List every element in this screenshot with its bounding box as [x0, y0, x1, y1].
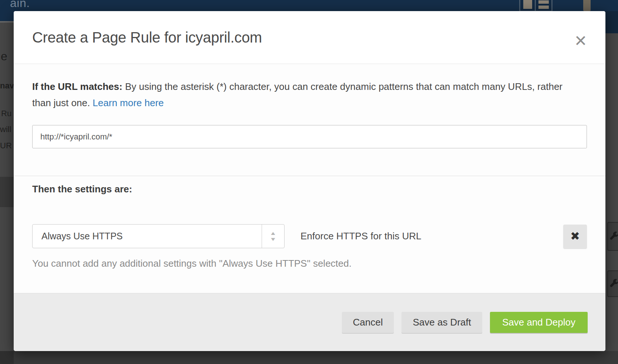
create-page-rule-modal: Create a Page Rule for icyapril.com ✕ If… [14, 11, 605, 351]
close-icon[interactable]: ✕ [571, 32, 590, 50]
url-match-description: If the URL matches: By using the asteris… [32, 78, 569, 111]
url-match-label: If the URL matches: [32, 81, 122, 92]
setting-select-value: Always Use HTTPS [33, 231, 262, 242]
settings-heading: Then the settings are: [32, 183, 587, 195]
wrench-icon [609, 232, 618, 242]
background-navbar-edge [605, 11, 618, 33]
url-pattern-input[interactable] [32, 125, 587, 148]
modal-footer: Cancel Save as Draft Save and Deploy [14, 293, 605, 351]
setting-select[interactable]: Always Use HTTPS ▲ ▼ [32, 224, 285, 248]
save-as-draft-button[interactable]: Save as Draft [402, 312, 482, 333]
wrench-icon [609, 279, 618, 289]
list-view-icon [536, 0, 552, 12]
background-bottom-band [0, 351, 618, 364]
setting-row: Always Use HTTPS ▲ ▼ Enforce HTTPS for t… [32, 224, 587, 248]
section-divider [14, 176, 605, 176]
background-text-fragment: nav [0, 81, 14, 91]
remove-setting-button[interactable]: ✖ [563, 225, 587, 248]
setting-helper-text: You cannot add any additional settings w… [32, 258, 587, 269]
modal-header: Create a Page Rule for icyapril.com ✕ [14, 11, 605, 64]
navbar-icon [583, 0, 591, 11]
chevron-down-icon: ▼ [270, 237, 277, 241]
background-table-header-band [0, 177, 14, 207]
chevron-up-icon: ▲ [270, 231, 277, 235]
background-text-fragment: UR [0, 141, 12, 151]
cancel-button[interactable]: Cancel [342, 312, 394, 333]
view-toggle-control [519, 0, 552, 12]
background-domain-text-fragment: ain. [10, 0, 30, 10]
setting-description: Enforce HTTPS for this URL [300, 230, 421, 242]
background-text-fragment: will [0, 125, 11, 134]
background-edit-rule-button [607, 222, 618, 251]
save-and-deploy-button[interactable]: Save and Deploy [490, 312, 588, 333]
background-divider [0, 21, 14, 23]
select-stepper[interactable]: ▲ ▼ [262, 225, 284, 248]
modal-title: Create a Page Rule for icyapril.com [32, 29, 262, 46]
grid-view-icon [519, 0, 536, 12]
background-bottom-corner [0, 351, 14, 364]
background-text-fragment: Ru [1, 109, 11, 118]
background-text-fragment: e [1, 50, 7, 63]
learn-more-link[interactable]: Learn more here [93, 97, 164, 108]
modal-body: If the URL matches: By using the asteris… [14, 78, 605, 269]
background-edit-rule-button [607, 270, 618, 297]
